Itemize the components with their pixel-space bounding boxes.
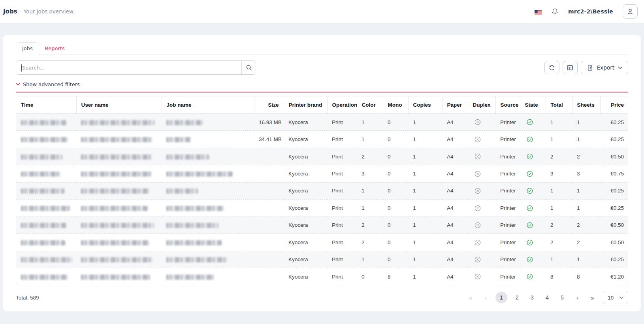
- page-number-4[interactable]: 4: [542, 292, 552, 303]
- table-row: KyoceraPrint201A4Printer22€0.50: [16, 234, 628, 251]
- advanced-filters-toggle[interactable]: Show advanced filters: [16, 81, 80, 87]
- table-row: KyoceraPrint201A4Printer22€0.50: [16, 217, 628, 234]
- cell-copies: 1: [408, 131, 442, 148]
- chevron-down-icon: [618, 66, 622, 69]
- page-number-3[interactable]: 3: [527, 292, 537, 303]
- cell-operation: Print: [327, 165, 357, 182]
- cell-total: 8: [546, 268, 572, 285]
- cell-brand: Kyocera: [284, 217, 327, 234]
- page-number-5[interactable]: 5: [557, 292, 567, 303]
- table-row: 34.41 MBKyoceraPrint101A4Printer11€0.25: [16, 131, 628, 148]
- columns-button[interactable]: [563, 61, 578, 74]
- cell-job: [162, 114, 254, 131]
- cell-time: [16, 182, 76, 199]
- circle-check-icon: [527, 153, 533, 160]
- cell-price: €0.25: [600, 182, 628, 199]
- profile-button[interactable]: [623, 4, 638, 19]
- col-mono: Mono: [383, 96, 408, 114]
- us-flag-icon[interactable]: [535, 9, 542, 14]
- cell-paper: A4: [442, 131, 468, 148]
- cell-operation: Print: [327, 268, 357, 285]
- col-duplex: Duplex: [468, 96, 495, 114]
- refresh-button[interactable]: [544, 61, 559, 74]
- redacted-text: [166, 206, 224, 211]
- circle-check-icon: [527, 188, 533, 194]
- page-first-button[interactable]: «: [465, 292, 476, 303]
- cell-state: [520, 131, 546, 148]
- cell-sheets: 1: [572, 114, 600, 131]
- cell-operation: Print: [327, 234, 357, 251]
- cell-state: [520, 217, 546, 234]
- col-size: Size: [254, 96, 284, 114]
- tab-reports[interactable]: Reports: [39, 43, 71, 55]
- cell-total: 2: [546, 217, 572, 234]
- cell-brand: Kyocera: [284, 148, 327, 165]
- circle-x-icon: [475, 222, 481, 228]
- cell-mono: 0: [383, 251, 408, 268]
- cell-duplex: [468, 131, 495, 148]
- cell-total: 1: [546, 182, 572, 199]
- circle-x-icon: [475, 136, 481, 143]
- cell-operation: Print: [327, 148, 357, 165]
- circle-check-icon: [527, 136, 533, 143]
- circle-check-icon: [527, 205, 533, 211]
- circle-check-icon: [527, 239, 533, 246]
- cell-mono: 0: [383, 114, 408, 131]
- cell-brand: Kyocera: [284, 182, 327, 199]
- cell-copies: 1: [408, 114, 442, 131]
- cell-job: [162, 234, 254, 251]
- pagination: «‹12345›»: [465, 292, 597, 303]
- page-last-button[interactable]: »: [587, 292, 597, 303]
- cell-price: €1.20: [600, 268, 628, 285]
- cell-job: [162, 165, 254, 182]
- cell-total: 3: [546, 165, 572, 182]
- cell-price: €0.25: [600, 200, 628, 217]
- cell-brand: Kyocera: [284, 114, 327, 131]
- cell-user: [76, 200, 162, 217]
- page-prev-button[interactable]: ‹: [480, 292, 491, 303]
- text-caret: [21, 64, 22, 72]
- page-size-select[interactable]: 10: [603, 291, 628, 304]
- cell-operation: Print: [327, 217, 357, 234]
- cell-color: 0: [357, 268, 383, 285]
- circle-check-icon: [527, 256, 533, 263]
- cell-duplex: [468, 114, 495, 131]
- page-number-1[interactable]: 1: [495, 292, 507, 303]
- cell-sheets: 2: [572, 217, 600, 234]
- cell-sheets: 2: [572, 234, 600, 251]
- cell-brand: Kyocera: [284, 234, 327, 251]
- search-button[interactable]: [241, 61, 256, 74]
- notifications-button[interactable]: [551, 8, 559, 15]
- circle-x-icon: [475, 119, 481, 125]
- cell-source: Printer: [495, 251, 520, 268]
- cell-time: [16, 148, 76, 165]
- tab-jobs[interactable]: Jobs: [16, 42, 39, 55]
- cell-operation: Print: [327, 182, 357, 199]
- cell-job: [162, 217, 254, 234]
- cell-source: Printer: [495, 165, 520, 182]
- cell-color: 2: [357, 217, 383, 234]
- export-button[interactable]: Export: [581, 61, 628, 74]
- table-row: 16.93 MBKyoceraPrint101A4Printer11€0.25: [16, 114, 628, 131]
- redacted-text: [21, 275, 68, 280]
- cell-sheets: 8: [572, 268, 600, 285]
- page-size-value: 10: [608, 295, 614, 301]
- redacted-text: [81, 240, 149, 245]
- col-copies: Copies: [408, 96, 442, 114]
- redacted-text: [166, 257, 228, 262]
- cell-color: 1: [357, 182, 383, 199]
- cell-paper: A4: [442, 251, 468, 268]
- search-input[interactable]: [16, 61, 241, 74]
- page-next-button[interactable]: ›: [572, 292, 582, 303]
- jobs-table-wrap: TimeUser nameJob nameSizePrinter brandOp…: [16, 96, 628, 285]
- cell-paper: A4: [442, 182, 468, 199]
- cell-duplex: [468, 251, 495, 268]
- cell-time: [16, 268, 76, 285]
- cell-user: [76, 234, 162, 251]
- cell-brand: Kyocera: [284, 131, 327, 148]
- cell-price: €0.75: [600, 165, 628, 182]
- cell-size: 16.93 MB: [254, 114, 284, 131]
- cell-state: [520, 114, 546, 131]
- page-number-2[interactable]: 2: [512, 292, 522, 303]
- main-area: Jobs Reports: [0, 23, 644, 311]
